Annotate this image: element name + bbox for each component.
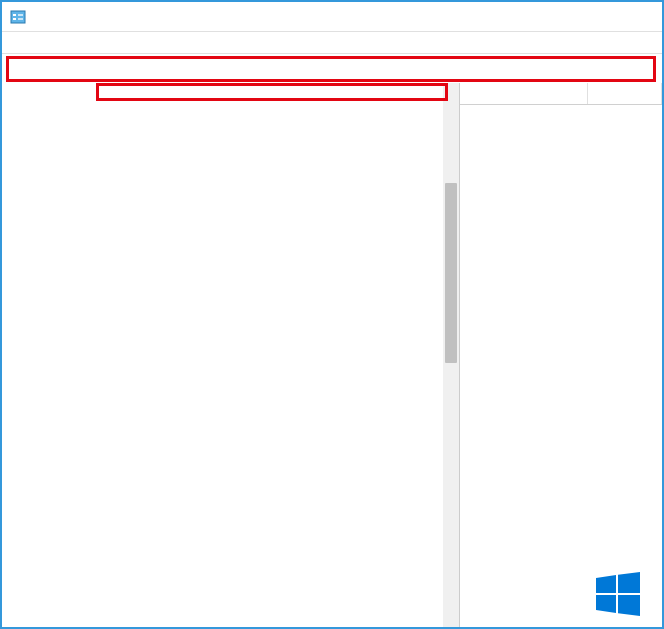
svg-marker-5	[596, 575, 616, 593]
titlebar	[2, 2, 662, 32]
list-body[interactable]	[460, 105, 662, 627]
addressbar-highlight	[6, 56, 656, 82]
menu-help[interactable]	[70, 41, 86, 45]
menu-file[interactable]	[6, 41, 22, 45]
menu-view[interactable]	[38, 41, 54, 45]
content-area	[2, 83, 662, 627]
svg-rect-1	[13, 14, 16, 16]
list-header	[460, 83, 662, 105]
svg-rect-0	[11, 11, 25, 23]
regedit-icon	[10, 9, 26, 25]
watermark	[594, 570, 650, 621]
svg-rect-3	[18, 14, 23, 16]
svg-rect-2	[13, 18, 16, 20]
addressbar[interactable]	[9, 59, 653, 79]
tree-panel[interactable]	[2, 83, 460, 627]
header-type[interactable]	[588, 83, 662, 104]
svg-rect-4	[18, 18, 23, 20]
svg-marker-6	[618, 572, 640, 593]
highlight-top-item	[96, 83, 448, 101]
svg-marker-7	[596, 595, 616, 613]
tree	[2, 83, 459, 85]
windows-logo-icon	[594, 570, 642, 621]
registry-editor-window	[0, 0, 664, 629]
scrollbar-thumb[interactable]	[445, 183, 457, 363]
list-panel	[460, 83, 662, 627]
svg-marker-8	[618, 595, 640, 616]
tree-scrollbar[interactable]	[443, 83, 459, 627]
menu-favorites[interactable]	[54, 41, 70, 45]
menu-edit[interactable]	[22, 41, 38, 45]
menubar	[2, 32, 662, 54]
header-name[interactable]	[460, 83, 588, 104]
